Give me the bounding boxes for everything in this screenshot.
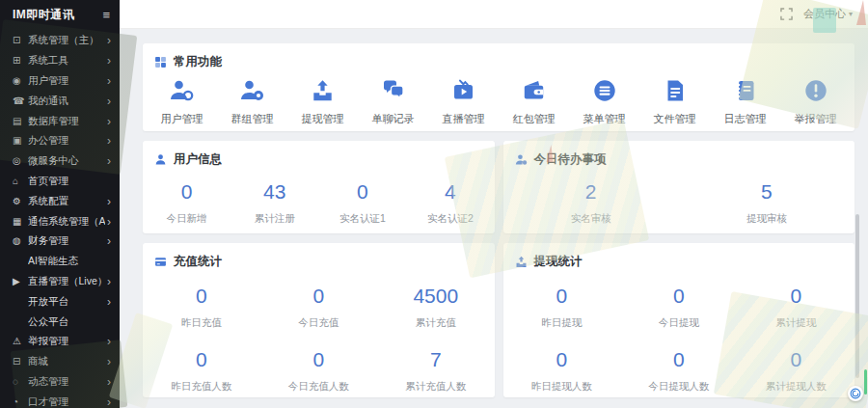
clock-icon: ◔ xyxy=(13,397,28,407)
sidebar-item-ai-eco[interactable]: AI智能生态 xyxy=(0,252,120,272)
shortcut-log-mgmt[interactable]: 日志管理 xyxy=(710,79,780,126)
card-title: 常用功能 xyxy=(174,54,222,70)
sidebar-item-speech[interactable]: ◔口才管理› xyxy=(0,392,120,408)
shortcut-label: 群组管理 xyxy=(217,112,287,126)
sidebar-item-label: 举报管理 xyxy=(28,335,105,348)
stat-label: 累计充值人数 xyxy=(377,380,495,394)
stat-value: 4500 xyxy=(377,285,495,307)
chevron-right-icon: › xyxy=(105,356,111,367)
stat-value: 0 xyxy=(503,285,621,307)
chevron-right-icon: › xyxy=(105,296,111,308)
stats-row: 0昨日提现 0今日提现 0累计提现 xyxy=(503,285,855,330)
sidebar-item-label: 开放平台 xyxy=(28,295,105,309)
monitor-icon: ⊡ xyxy=(13,36,28,45)
sidebar-item-mall[interactable]: ⊟商城› xyxy=(0,352,120,372)
stats-row: 0今日新增 43累计注册 0实名认证1 4实名认证2 xyxy=(143,180,495,226)
sidebar-item-microservice[interactable]: ◎微服务中心› xyxy=(0,151,120,172)
stat-today-withdraw-users: 0今日提现人数 xyxy=(620,348,738,394)
sidebar-item-system-tools[interactable]: ⊞系统工具› xyxy=(0,51,120,71)
shortcut-file-mgmt[interactable]: 文件管理 xyxy=(639,79,710,126)
menu-circle-icon xyxy=(593,79,616,102)
dashboard-content: 常用功能 用户管理 群组管理 提现管理 单聊记录 xyxy=(120,29,868,408)
sidebar-item-open-platform[interactable]: 开放平台› xyxy=(0,291,120,312)
sidebar-item-label: 办公管理 xyxy=(28,134,105,148)
bank-card-icon xyxy=(154,256,167,268)
sidebar-item-label: 系统配置 xyxy=(28,195,105,208)
sidebar-item-public-platform[interactable]: 公众平台 xyxy=(0,312,120,332)
swirl-logo-icon xyxy=(850,388,861,399)
card-title: 充值统计 xyxy=(174,254,222,270)
group-icon xyxy=(239,79,265,102)
stat-label: 累计充值 xyxy=(377,316,495,330)
stat-label: 累计提现人数 xyxy=(738,380,855,394)
sidebar-item-my-comms[interactable]: ☎我的通讯› xyxy=(0,91,120,111)
shortcut-label: 菜单管理 xyxy=(569,112,639,126)
sidebar-item-label: 数据库管理 xyxy=(28,115,105,128)
withdraw-stats-card: 提现统计 0昨日提现 0今日提现 0累计提现 0昨日提现人数 0今日提现人数 0… xyxy=(503,243,855,397)
live-tv-icon xyxy=(451,79,475,102)
sidebar-item-finance[interactable]: ◍财务管理› xyxy=(0,231,120,252)
shortcut-chat-records[interactable]: 单聊记录 xyxy=(358,79,428,126)
stat-value: 0 xyxy=(143,180,231,203)
sidebar-item-label: 动态管理 xyxy=(28,375,105,389)
sidebar-item-report[interactable]: ⚠举报管理› xyxy=(0,332,120,352)
collapse-menu-icon[interactable]: ≡ xyxy=(102,9,110,21)
sidebar-item-system-main[interactable]: ⊡系统管理（主）› xyxy=(0,31,120,51)
sidebar-header: IM即时通讯 ≡ xyxy=(0,0,120,29)
fullscreen-icon[interactable] xyxy=(780,8,793,20)
wallet-icon xyxy=(522,79,546,102)
sidebar-item-system-config[interactable]: ⚙系统配置› xyxy=(0,191,120,211)
shortcut-redpacket-mgmt[interactable]: 红包管理 xyxy=(499,79,569,126)
stat-yesterday-withdraw-users: 0昨日提现人数 xyxy=(503,348,621,394)
coin-icon: ◍ xyxy=(13,236,28,246)
card-header: 用户信息 xyxy=(143,141,495,168)
stat-value: 0 xyxy=(143,348,260,370)
shortcut-live-mgmt[interactable]: 直播管理 xyxy=(428,79,499,126)
shortcut-label: 举报管理 xyxy=(780,112,851,126)
stat-total-withdraw-users: 0累计提现人数 xyxy=(738,348,855,394)
card-title: 今日待办事项 xyxy=(534,151,607,168)
log-book-icon xyxy=(734,79,757,102)
card-title: 提现统计 xyxy=(534,254,583,270)
sidebar-item-office[interactable]: ▣办公管理› xyxy=(0,131,120,151)
shortcut-group-mgmt[interactable]: 群组管理 xyxy=(217,79,287,126)
shortcut-withdraw-mgmt[interactable]: 提现管理 xyxy=(287,79,358,126)
stat-label: 实名认证1 xyxy=(318,212,406,226)
stat-total-registered: 43累计注册 xyxy=(231,180,318,226)
sidebar-item-live[interactable]: ▶直播管理（Live）› xyxy=(0,272,120,292)
shortcut-menu-mgmt[interactable]: 菜单管理 xyxy=(569,79,639,126)
shortcut-report-mgmt[interactable]: 举报管理 xyxy=(780,79,851,126)
chevron-right-icon: › xyxy=(105,276,111,287)
chevron-right-icon: › xyxy=(105,155,111,167)
card-header: 常用功能 xyxy=(143,43,854,70)
scrollbar[interactable] xyxy=(855,214,859,378)
stat-total-recharge-users: 7累计充值人数 xyxy=(377,348,495,394)
stat-value: 0 xyxy=(318,180,406,203)
shortcut-row: 用户管理 群组管理 提现管理 单聊记录 直播管理 xyxy=(143,79,854,126)
sidebar-item-comm-system-app[interactable]: ▦通信系统管理（App）› xyxy=(0,211,120,231)
user-menu[interactable]: 会员中心 ▾ xyxy=(803,7,853,21)
stat-total-recharge: 4500累计充值 xyxy=(377,285,495,330)
stat-total-withdraw: 0累计提现 xyxy=(738,285,855,330)
stat-label: 累计注册 xyxy=(231,212,318,226)
chevron-right-icon: › xyxy=(105,116,111,127)
gear-icon: ⚙ xyxy=(13,197,28,206)
sidebar-item-dynamic[interactable]: ◌动态管理› xyxy=(0,372,120,393)
sidebar-item-homepage[interactable]: ⌂首页管理 xyxy=(0,172,120,192)
sidebar-item-database[interactable]: ▤数据库管理› xyxy=(0,111,120,131)
chevron-right-icon: › xyxy=(105,35,111,46)
stat-yesterday-recharge-users: 0昨日充值人数 xyxy=(143,348,260,394)
stat-label: 昨日提现 xyxy=(503,316,621,330)
sidebar-item-label: 我的通讯 xyxy=(28,95,105,108)
chevron-right-icon: › xyxy=(105,75,111,87)
shortcut-user-mgmt[interactable]: 用户管理 xyxy=(147,79,217,126)
stat-label: 今日充值 xyxy=(260,316,378,330)
floating-service-button[interactable] xyxy=(848,386,863,401)
stat-today-recharge-users: 0今日充值人数 xyxy=(260,348,378,394)
stat-value: 2 xyxy=(503,180,679,203)
stat-today-withdraw: 0今日提现 xyxy=(620,285,738,330)
home-icon: ⌂ xyxy=(13,177,28,186)
shortcut-label: 提现管理 xyxy=(287,112,358,126)
sidebar-item-user-mgmt[interactable]: ◉用户管理› xyxy=(0,71,120,92)
stat-label: 今日充值人数 xyxy=(260,380,378,394)
